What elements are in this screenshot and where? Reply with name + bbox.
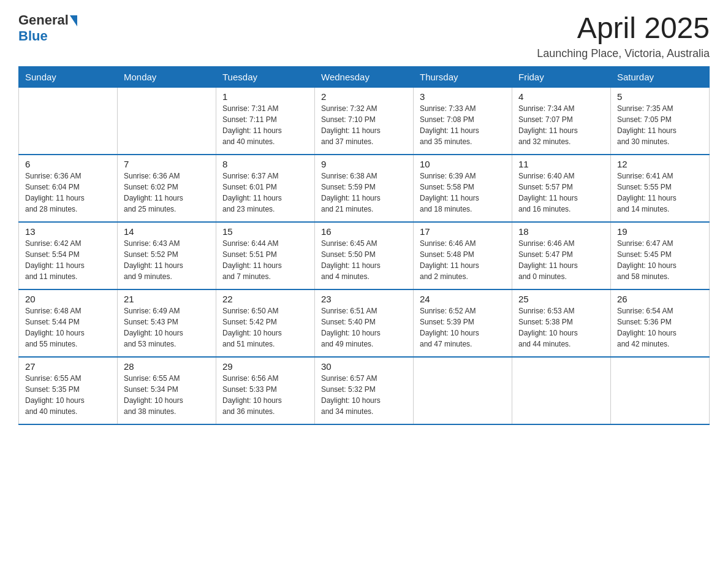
calendar-cell: 20Sunrise: 6:48 AM Sunset: 5:44 PM Dayli… — [19, 289, 118, 357]
calendar-cell: 2Sunrise: 7:32 AM Sunset: 7:10 PM Daylig… — [315, 87, 414, 155]
weekday-header-monday: Monday — [118, 66, 216, 87]
calendar-cell: 15Sunrise: 6:44 AM Sunset: 5:51 PM Dayli… — [216, 222, 315, 289]
day-number: 21 — [124, 294, 210, 304]
calendar-cell: 13Sunrise: 6:42 AM Sunset: 5:54 PM Dayli… — [19, 222, 118, 289]
day-number: 8 — [222, 159, 308, 169]
day-info: Sunrise: 6:36 AM Sunset: 6:02 PM Dayligh… — [124, 170, 210, 215]
calendar-cell — [611, 357, 710, 424]
day-number: 24 — [420, 294, 506, 304]
day-number: 26 — [617, 294, 703, 304]
day-info: Sunrise: 6:54 AM Sunset: 5:36 PM Dayligh… — [617, 305, 703, 350]
day-info: Sunrise: 6:42 AM Sunset: 5:54 PM Dayligh… — [25, 238, 111, 282]
weekday-header-saturday: Saturday — [611, 66, 710, 87]
day-number: 22 — [222, 294, 308, 304]
logo-triangle-icon — [70, 15, 77, 26]
calendar-table: SundayMondayTuesdayWednesdayThursdayFrid… — [18, 66, 710, 426]
day-number: 12 — [617, 159, 703, 169]
day-info: Sunrise: 6:49 AM Sunset: 5:43 PM Dayligh… — [124, 305, 210, 350]
calendar-cell: 28Sunrise: 6:55 AM Sunset: 5:34 PM Dayli… — [118, 357, 216, 424]
day-number: 28 — [124, 361, 210, 372]
calendar-cell: 5Sunrise: 7:35 AM Sunset: 7:05 PM Daylig… — [611, 87, 710, 155]
day-number: 14 — [124, 226, 210, 237]
day-info: Sunrise: 6:56 AM Sunset: 5:33 PM Dayligh… — [222, 373, 308, 417]
day-info: Sunrise: 6:55 AM Sunset: 5:34 PM Dayligh… — [124, 373, 210, 417]
weekday-header-thursday: Thursday — [414, 66, 512, 87]
day-number: 10 — [420, 159, 506, 169]
day-number: 27 — [25, 361, 111, 372]
calendar-cell: 7Sunrise: 6:36 AM Sunset: 6:02 PM Daylig… — [118, 155, 216, 222]
logo: General Blue — [18, 12, 77, 44]
day-info: Sunrise: 7:32 AM Sunset: 7:10 PM Dayligh… — [321, 103, 407, 147]
calendar-cell: 8Sunrise: 6:37 AM Sunset: 6:01 PM Daylig… — [216, 155, 315, 222]
calendar-cell — [414, 357, 512, 424]
calendar-cell: 18Sunrise: 6:46 AM Sunset: 5:47 PM Dayli… — [512, 222, 611, 289]
day-info: Sunrise: 6:46 AM Sunset: 5:48 PM Dayligh… — [420, 238, 506, 282]
calendar-cell — [118, 87, 216, 155]
day-number: 7 — [124, 159, 210, 169]
day-number: 20 — [25, 294, 111, 304]
day-info: Sunrise: 6:47 AM Sunset: 5:45 PM Dayligh… — [617, 238, 703, 282]
day-number: 9 — [321, 159, 407, 169]
calendar-week-row: 6Sunrise: 6:36 AM Sunset: 6:04 PM Daylig… — [19, 155, 710, 222]
day-info: Sunrise: 6:48 AM Sunset: 5:44 PM Dayligh… — [25, 305, 111, 350]
day-info: Sunrise: 6:37 AM Sunset: 6:01 PM Dayligh… — [222, 170, 308, 215]
day-info: Sunrise: 6:44 AM Sunset: 5:51 PM Dayligh… — [222, 238, 308, 282]
day-info: Sunrise: 6:43 AM Sunset: 5:52 PM Dayligh… — [124, 238, 210, 282]
day-info: Sunrise: 6:50 AM Sunset: 5:42 PM Dayligh… — [222, 305, 308, 350]
weekday-header-friday: Friday — [512, 66, 611, 87]
day-number: 5 — [617, 91, 703, 102]
day-number: 19 — [617, 226, 703, 237]
day-number: 11 — [518, 159, 604, 169]
day-number: 17 — [420, 226, 506, 237]
calendar-cell: 11Sunrise: 6:40 AM Sunset: 5:57 PM Dayli… — [512, 155, 611, 222]
calendar-cell: 4Sunrise: 7:34 AM Sunset: 7:07 PM Daylig… — [512, 87, 611, 155]
day-number: 1 — [222, 91, 308, 102]
calendar-cell: 3Sunrise: 7:33 AM Sunset: 7:08 PM Daylig… — [414, 87, 512, 155]
day-number: 16 — [321, 226, 407, 237]
logo-general-text: General — [18, 12, 69, 28]
day-info: Sunrise: 6:46 AM Sunset: 5:47 PM Dayligh… — [518, 238, 604, 282]
day-number: 6 — [25, 159, 111, 169]
calendar-cell: 30Sunrise: 6:57 AM Sunset: 5:32 PM Dayli… — [315, 357, 414, 424]
calendar-week-row: 13Sunrise: 6:42 AM Sunset: 5:54 PM Dayli… — [19, 222, 710, 289]
calendar-cell — [512, 357, 611, 424]
calendar-cell: 21Sunrise: 6:49 AM Sunset: 5:43 PM Dayli… — [118, 289, 216, 357]
calendar-cell: 1Sunrise: 7:31 AM Sunset: 7:11 PM Daylig… — [216, 87, 315, 155]
location-title: Launching Place, Victoria, Australia — [537, 47, 710, 60]
weekday-header-wednesday: Wednesday — [315, 66, 414, 87]
calendar-cell: 10Sunrise: 6:39 AM Sunset: 5:58 PM Dayli… — [414, 155, 512, 222]
day-number: 18 — [518, 226, 604, 237]
calendar-cell: 19Sunrise: 6:47 AM Sunset: 5:45 PM Dayli… — [611, 222, 710, 289]
calendar-week-row: 20Sunrise: 6:48 AM Sunset: 5:44 PM Dayli… — [19, 289, 710, 357]
calendar-cell: 12Sunrise: 6:41 AM Sunset: 5:55 PM Dayli… — [611, 155, 710, 222]
day-info: Sunrise: 7:34 AM Sunset: 7:07 PM Dayligh… — [518, 103, 604, 147]
day-number: 25 — [518, 294, 604, 304]
calendar-cell: 29Sunrise: 6:56 AM Sunset: 5:33 PM Dayli… — [216, 357, 315, 424]
title-area: April 2025 Launching Place, Victoria, Au… — [537, 12, 710, 60]
calendar-cell: 17Sunrise: 6:46 AM Sunset: 5:48 PM Dayli… — [414, 222, 512, 289]
day-number: 3 — [420, 91, 506, 102]
calendar-cell: 22Sunrise: 6:50 AM Sunset: 5:42 PM Dayli… — [216, 289, 315, 357]
calendar-cell: 6Sunrise: 6:36 AM Sunset: 6:04 PM Daylig… — [19, 155, 118, 222]
calendar-cell: 16Sunrise: 6:45 AM Sunset: 5:50 PM Dayli… — [315, 222, 414, 289]
calendar-cell: 23Sunrise: 6:51 AM Sunset: 5:40 PM Dayli… — [315, 289, 414, 357]
day-info: Sunrise: 6:45 AM Sunset: 5:50 PM Dayligh… — [321, 238, 407, 282]
calendar-cell: 24Sunrise: 6:52 AM Sunset: 5:39 PM Dayli… — [414, 289, 512, 357]
day-info: Sunrise: 7:31 AM Sunset: 7:11 PM Dayligh… — [222, 103, 308, 147]
day-info: Sunrise: 7:35 AM Sunset: 7:05 PM Dayligh… — [617, 103, 703, 147]
day-number: 23 — [321, 294, 407, 304]
day-info: Sunrise: 6:55 AM Sunset: 5:35 PM Dayligh… — [25, 373, 111, 417]
day-info: Sunrise: 6:52 AM Sunset: 5:39 PM Dayligh… — [420, 305, 506, 350]
weekday-header-tuesday: Tuesday — [216, 66, 315, 87]
day-number: 2 — [321, 91, 407, 102]
day-info: Sunrise: 6:51 AM Sunset: 5:40 PM Dayligh… — [321, 305, 407, 350]
calendar-cell: 27Sunrise: 6:55 AM Sunset: 5:35 PM Dayli… — [19, 357, 118, 424]
calendar-cell: 26Sunrise: 6:54 AM Sunset: 5:36 PM Dayli… — [611, 289, 710, 357]
calendar-header-row: SundayMondayTuesdayWednesdayThursdayFrid… — [19, 66, 710, 87]
day-info: Sunrise: 6:39 AM Sunset: 5:58 PM Dayligh… — [420, 170, 506, 215]
day-info: Sunrise: 6:41 AM Sunset: 5:55 PM Dayligh… — [617, 170, 703, 215]
day-number: 29 — [222, 361, 308, 372]
day-number: 30 — [321, 361, 407, 372]
calendar-week-row: 1Sunrise: 7:31 AM Sunset: 7:11 PM Daylig… — [19, 87, 710, 155]
weekday-header-sunday: Sunday — [19, 66, 118, 87]
